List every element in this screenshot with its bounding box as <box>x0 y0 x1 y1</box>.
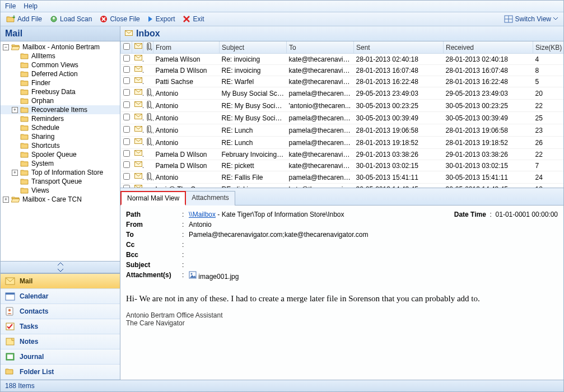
col-to[interactable]: To <box>287 41 354 54</box>
attachment-item[interactable]: image001.jpg <box>189 271 558 281</box>
tab-attachments[interactable]: Attachments <box>185 191 235 206</box>
menu-file[interactable]: File <box>5 2 16 10</box>
nav-item-mail[interactable]: Mail <box>1 274 120 289</box>
tree-item[interactable]: AllItems <box>1 52 120 60</box>
table-row[interactable]: Pamela D Wilson February Invoicing ...ka… <box>121 149 564 160</box>
tree-item[interactable]: +Recoverable Items <box>1 105 120 114</box>
export-button[interactable]: Export <box>146 14 178 24</box>
exit-button[interactable]: Exit <box>180 14 206 24</box>
cell-from: Pamela D Wilson <box>153 160 220 171</box>
tree-scroll-down[interactable] <box>1 267 120 273</box>
tree-item[interactable]: Reminders <box>1 114 120 123</box>
col-received[interactable]: Received <box>444 41 533 54</box>
load-scan-button[interactable]: Load Scan <box>48 14 94 24</box>
cell-to: kate@thecarenavig... <box>287 54 354 65</box>
tree-item[interactable]: Spooler Queue <box>1 150 120 159</box>
table-row[interactable]: Patti SachseRE: Warfelkate@thecarenavig.… <box>121 76 564 87</box>
col-subject[interactable]: Subject <box>220 41 287 54</box>
row-checkbox[interactable] <box>123 55 130 62</box>
tree-item-label: Common Views <box>31 61 78 69</box>
cell-size: 4 <box>533 54 564 65</box>
nav-item-tasks[interactable]: Tasks <box>1 319 120 334</box>
col-readstate[interactable] <box>132 41 143 54</box>
expand-icon[interactable]: + <box>12 170 18 176</box>
row-checkbox[interactable] <box>123 101 130 108</box>
tree-scroll-up[interactable] <box>1 262 120 267</box>
col-checkbox[interactable] <box>121 41 132 54</box>
tree-item[interactable]: Transport Queue <box>1 177 120 186</box>
col-attachment[interactable] <box>143 41 153 54</box>
nav-item-notes[interactable]: Notes <box>1 334 120 349</box>
nav-item-journal[interactable]: Journal <box>1 349 120 365</box>
row-checkbox[interactable] <box>123 114 130 120</box>
folder-tree[interactable]: −Mailbox - Antonio BertramAllItemsCommon… <box>1 41 120 261</box>
row-checkbox[interactable] <box>123 150 130 157</box>
table-row[interactable]: AntonioRE: My Busy Social ...'antonio@th… <box>121 100 564 112</box>
tree-item[interactable]: Views <box>1 186 120 195</box>
tree-item[interactable]: +Mailbox - Care TCN <box>1 195 120 204</box>
cell-sent: 30-01-2013 03:02:15 <box>354 160 444 171</box>
tree-item[interactable]: Deferred Action <box>1 69 120 78</box>
tree-item[interactable]: Common Views <box>1 60 120 69</box>
nav-item-contacts[interactable]: Contacts <box>1 304 120 319</box>
close-file-label: Close File <box>110 15 139 23</box>
tree-item[interactable]: Orphan <box>1 96 120 105</box>
tree-item[interactable]: Finder <box>1 78 120 87</box>
envelope-icon <box>134 126 142 133</box>
menubar: File Help <box>1 1 563 12</box>
cell-size: 8 <box>533 65 564 76</box>
message-list[interactable]: From Subject To Sent Received Size(KB) P… <box>120 41 563 188</box>
table-row[interactable]: AntonioRE: My Busy Social ...pamela@thec… <box>121 112 564 124</box>
cell-readstate <box>132 160 143 171</box>
row-checkbox[interactable] <box>123 77 130 84</box>
left-pane: Mail −Mailbox - Antonio BertramAllItemsC… <box>1 26 120 380</box>
cell-checkbox <box>121 100 132 112</box>
col-from[interactable]: From <box>153 41 220 54</box>
row-checkbox[interactable] <box>123 161 130 168</box>
path-link[interactable]: \\Mailbox <box>189 211 216 218</box>
cell-attachment <box>143 76 153 87</box>
row-checkbox[interactable] <box>123 89 130 96</box>
cell-sent: 30-05-2013 15:41:11 <box>354 171 444 184</box>
row-checkbox[interactable] <box>123 138 130 145</box>
tree-item[interactable]: Shortcuts <box>1 141 120 150</box>
attachment-name: image001.jpg <box>198 273 239 281</box>
cell-checkbox <box>121 54 132 65</box>
table-row[interactable]: Pamela WilsonRe: invoicingkate@thecarena… <box>121 54 564 65</box>
cell-subject: RE: Lunch <box>220 137 287 149</box>
col-sent[interactable]: Sent <box>354 41 444 54</box>
switch-view-button[interactable]: Switch View <box>502 14 560 24</box>
nav-item-calendar[interactable]: Calendar <box>1 289 120 304</box>
table-row[interactable]: AntonioRE: Lunchpamela@thecarena...28-01… <box>121 137 564 149</box>
tree-item-label: Sharing <box>31 133 54 141</box>
collapse-icon[interactable]: − <box>3 44 9 50</box>
cell-sent: 28-01-2013 02:40:18 <box>354 54 444 65</box>
expand-icon[interactable]: + <box>12 107 18 113</box>
tab-normal-mail-view[interactable]: Normal Mail View <box>120 191 186 206</box>
tree-item[interactable]: Schedule <box>1 123 120 132</box>
cell-sent: 28-01-2013 16:07:48 <box>354 65 444 76</box>
tree-item[interactable]: −Mailbox - Antonio Bertram <box>1 43 120 52</box>
table-row[interactable]: Pamela D Wilson RE: pickettkate@thecaren… <box>121 160 564 171</box>
tree-item-label: Reminders <box>31 115 64 123</box>
row-checkbox[interactable] <box>123 66 130 73</box>
tree-item[interactable]: Sharing <box>1 132 120 141</box>
nav-item-folder-list[interactable]: Folder List <box>1 365 120 380</box>
tree-item[interactable]: +Top of Information Store <box>1 168 120 177</box>
table-row[interactable]: AntonioRE: Lunchpamela@thecarena...28-01… <box>121 124 564 137</box>
expand-icon[interactable]: + <box>3 197 9 203</box>
row-checkbox[interactable] <box>123 173 130 180</box>
add-file-button[interactable]: + Add File <box>4 14 44 24</box>
table-row[interactable]: Lori @ The Care Nav...RE: dickinsonkate@… <box>121 184 564 189</box>
cell-checkbox <box>121 184 132 189</box>
cell-size: 12 <box>533 184 564 189</box>
col-size[interactable]: Size(KB) <box>533 41 564 54</box>
table-row[interactable]: AntonioMy Busy Social Sch...pamela@theca… <box>121 87 564 100</box>
menu-help[interactable]: Help <box>24 2 38 10</box>
tree-item[interactable]: System <box>1 159 120 168</box>
table-row[interactable]: Pamela D Wilson RE: invoicingkate@thecar… <box>121 65 564 76</box>
row-checkbox[interactable] <box>123 126 130 133</box>
close-file-button[interactable]: Close File <box>97 14 142 24</box>
tree-item[interactable]: Freebusy Data <box>1 87 120 96</box>
table-row[interactable]: AntonioRE: Fallis Filepamela@thecarena..… <box>121 171 564 184</box>
